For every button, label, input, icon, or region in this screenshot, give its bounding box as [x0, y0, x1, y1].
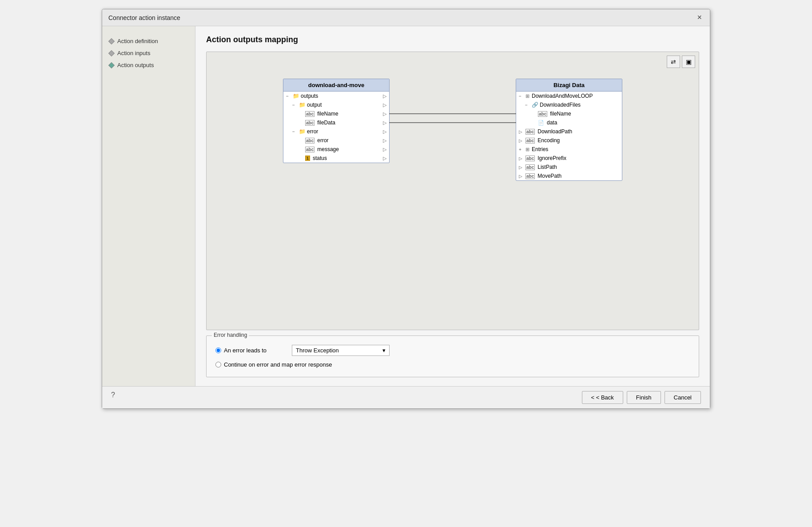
radio-error-leads-to[interactable]	[215, 347, 221, 353]
abc-icon: abc	[305, 120, 314, 126]
connector-arrow: ▷	[383, 120, 386, 126]
grid-icon: ⊞	[525, 93, 529, 99]
help-icon[interactable]: ?	[111, 391, 115, 404]
tree-row-downloadpath: ▷ abc DownloadPath	[516, 127, 622, 136]
tree-node-label: error	[307, 128, 318, 135]
expand-icon[interactable]: +	[519, 147, 524, 152]
footer: ? < < Back Finish Cancel	[102, 386, 710, 408]
connector-arrow: ▷	[383, 129, 386, 135]
expand-icon: ▷	[519, 156, 524, 161]
tree-node-label: DownloadedFiles	[540, 102, 581, 108]
error-row-2: Continue on error and map error response	[215, 359, 690, 371]
folder-icon: 📁	[299, 102, 306, 108]
connector-arrow: ▷	[383, 93, 386, 99]
expand-icon: ▷	[519, 174, 524, 179]
tree-node-label: DownloadPath	[537, 128, 572, 135]
radio-label-2[interactable]: Continue on error and map error response	[215, 361, 332, 368]
back-button[interactable]: < < Back	[582, 391, 623, 404]
error-handling-section: Error handling An error leads to Throw E…	[206, 335, 699, 377]
expand-icon[interactable]: −	[525, 103, 530, 108]
tree-node-label: Entries	[532, 146, 548, 152]
radio-label-1[interactable]: An error leads to	[215, 347, 287, 354]
error-row-1: An error leads to Throw Exception ▾	[215, 342, 690, 359]
num-icon: 1	[305, 156, 310, 161]
doc-icon: 📄	[538, 120, 544, 126]
title-bar: Connector action instance ×	[102, 9, 710, 26]
tree-node-label: IgnorePrefix	[537, 155, 566, 161]
connector-arrow: ▷	[383, 138, 386, 144]
tree-row-filename: abc fileName ▷	[283, 109, 389, 118]
connector-arrow: ▷	[383, 147, 386, 152]
throw-exception-dropdown[interactable]: Throw Exception ▾	[292, 345, 390, 356]
sidebar-item-action-definition[interactable]: Action definition	[109, 35, 188, 47]
close-button[interactable]: ×	[695, 13, 704, 22]
folder-icon: 📁	[293, 93, 299, 99]
sidebar-item-action-outputs[interactable]: Action outputs	[109, 59, 188, 71]
expand-icon[interactable]: −	[519, 94, 524, 99]
tree-node-label: DownloadAndMoveLOOP	[532, 93, 593, 99]
sidebar: Action definition Action inputs Action o…	[102, 26, 195, 386]
tree-row-entries: + ⊞ Entries	[516, 145, 622, 154]
tree-row-status: 1 status ▷	[283, 154, 389, 163]
abc-icon: abc	[305, 138, 314, 144]
expand-icon: ▷	[519, 165, 524, 170]
abc-icon: abc	[538, 111, 547, 117]
folder-icon: 📁	[299, 128, 306, 135]
tree-row-message: abc message ▷	[283, 145, 389, 154]
tree-node-label: MovePath	[537, 173, 561, 179]
tree-row-downloadedfiles: − 🔗 DownloadedFiles	[516, 100, 622, 109]
connector-arrow: ▷	[383, 111, 386, 117]
tree-row-data: 📄 data	[516, 118, 622, 127]
radio-continue-on-error[interactable]	[215, 362, 221, 367]
diamond-icon	[108, 38, 115, 44]
page-title: Action outputs mapping	[206, 35, 699, 44]
abc-icon: abc	[525, 156, 535, 161]
tree-node-label: fileName	[317, 111, 338, 117]
tree-row-outputs: − 📁 outputs ▷	[283, 92, 389, 100]
mapping-canvas: download-and-move − 📁 outputs ▷ − 📁	[211, 56, 694, 194]
dropdown-value: Throw Exception	[296, 347, 339, 354]
tree-node-label: output	[307, 102, 322, 108]
tree-row-listpath: ▷ abc ListPath	[516, 163, 622, 172]
dialog-body: Action definition Action inputs Action o…	[102, 26, 710, 386]
connector-action-dialog: Connector action instance × Action defin…	[102, 9, 710, 409]
expand-icon[interactable]: −	[292, 103, 298, 108]
diamond-icon	[108, 50, 115, 56]
expand-icon[interactable]: −	[292, 129, 298, 134]
tree-node-label: message	[317, 146, 339, 152]
abc-icon: abc	[305, 147, 314, 152]
abc-icon: abc	[305, 111, 314, 117]
tree-node-label: error	[317, 137, 328, 144]
abc-icon: abc	[525, 164, 535, 170]
sidebar-item-label: Action outputs	[117, 62, 154, 68]
cancel-button[interactable]: Cancel	[665, 391, 701, 404]
main-content: Action outputs mapping ⇄ ▣ download-and-…	[195, 26, 710, 386]
tree-node-label: Encoding	[537, 137, 560, 144]
diamond-icon-active	[108, 62, 115, 68]
left-tree-header: download-and-move	[283, 79, 389, 92]
right-tree-header: Bizagi Data	[516, 79, 622, 92]
sidebar-item-label: Action definition	[117, 38, 158, 44]
expand-icon: ▷	[519, 129, 524, 134]
sidebar-item-label: Action inputs	[117, 50, 150, 56]
grid-icon: ⊞	[525, 147, 529, 152]
abc-icon: abc	[525, 173, 535, 179]
radio-2-text: Continue on error and map error response	[224, 361, 332, 368]
error-handling-label: Error handling	[212, 332, 249, 338]
tree-row-error-group: − 📁 error ▷	[283, 127, 389, 136]
mapping-area: ⇄ ▣ download-and-move − 📁 outputs ▷	[206, 52, 699, 330]
tree-node-label: fileData	[317, 120, 335, 126]
radio-1-text: An error leads to	[224, 347, 267, 354]
tree-row-encoding: ▷ abc Encoding	[516, 136, 622, 145]
dialog-title: Connector action instance	[108, 14, 180, 21]
left-tree-box: download-and-move − 📁 outputs ▷ − 📁	[283, 79, 390, 163]
expand-icon: ▷	[519, 138, 524, 143]
sidebar-item-action-inputs[interactable]: Action inputs	[109, 47, 188, 59]
tree-node-label: ListPath	[537, 164, 557, 170]
tree-node-label: status	[313, 155, 327, 161]
expand-icon[interactable]: −	[286, 94, 291, 99]
tree-row-error-field: abc error ▷	[283, 136, 389, 145]
finish-button[interactable]: Finish	[627, 391, 661, 404]
connector-arrow: ▷	[383, 102, 386, 108]
tree-node-label: fileName	[550, 111, 571, 117]
